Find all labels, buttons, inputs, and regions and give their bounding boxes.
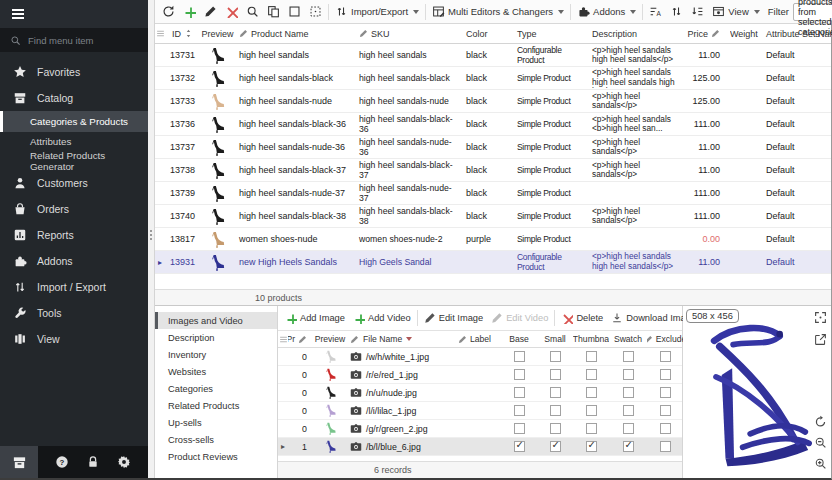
delete-product-button[interactable] xyxy=(221,1,242,23)
column-header-exclude[interactable]: Exclude xyxy=(647,334,683,344)
zoom-out-icon[interactable] xyxy=(814,436,827,449)
row-selector-header[interactable] xyxy=(155,29,165,38)
checkbox-exclude[interactable] xyxy=(660,351,671,362)
checkbox-base[interactable] xyxy=(514,405,525,416)
refresh-button[interactable] xyxy=(158,1,179,23)
sidebar-item-reports[interactable]: Reports xyxy=(0,222,148,248)
tab-images-and-video[interactable]: Images and Video xyxy=(155,312,277,329)
zoom-in-icon[interactable] xyxy=(814,457,827,470)
sidebar-item-addons[interactable]: Addons xyxy=(0,248,148,274)
checkbox-thumbnail[interactable] xyxy=(586,369,597,380)
column-header-type[interactable]: Type xyxy=(515,29,590,39)
addons-menu[interactable]: Addons xyxy=(573,1,640,23)
media-row[interactable]: ▸ 0 /n/u/nude.jpg xyxy=(278,384,682,402)
checkbox-mode-button[interactable] xyxy=(284,1,305,23)
table-row[interactable]: ▸ 13738 high heel sandals-black-37 high … xyxy=(155,159,831,182)
row-selector-header[interactable] xyxy=(278,335,288,344)
table-row[interactable]: ▸ 13736 high heel sandals-black-36 high … xyxy=(155,113,831,136)
checkbox-swatch[interactable] xyxy=(623,351,634,362)
checkbox-swatch[interactable] xyxy=(623,441,634,452)
media-row[interactable]: ▸ 0 /g/r/green_2.jpg xyxy=(278,420,682,438)
lock-icon[interactable] xyxy=(86,455,100,469)
tab-websites[interactable]: Websites xyxy=(155,363,277,380)
column-header-price[interactable]: Price xyxy=(680,29,730,39)
category-filter-select[interactable]: Show products from selected categories xyxy=(793,3,832,21)
checkbox-exclude[interactable] xyxy=(660,369,671,380)
sidebar-item-catalog[interactable]: Catalog xyxy=(0,85,148,111)
sidebar-item-categories-products[interactable]: Categories & Products xyxy=(0,111,148,132)
checkbox-small[interactable] xyxy=(550,423,561,434)
sidebar-item-favorites[interactable]: Favorites xyxy=(0,59,148,85)
import-export-menu[interactable]: Import/Export xyxy=(331,1,423,23)
hamburger-menu-button[interactable] xyxy=(9,5,31,23)
checkbox-small[interactable] xyxy=(550,405,561,416)
tab-categories[interactable]: Categories xyxy=(155,380,277,397)
help-icon[interactable] xyxy=(55,455,69,469)
checkbox-thumbnail[interactable] xyxy=(586,423,597,434)
column-filter-button[interactable] xyxy=(687,1,708,23)
tab-cross-sells[interactable]: Cross-sells xyxy=(155,431,277,448)
sidebar-item-orders[interactable]: Orders xyxy=(0,196,148,222)
column-header-small[interactable]: Small xyxy=(537,334,573,344)
checkbox-swatch[interactable] xyxy=(623,369,634,380)
column-header-sku[interactable]: SKU xyxy=(355,29,460,39)
column-header-id[interactable]: ID xyxy=(165,29,200,39)
checkbox-base[interactable] xyxy=(514,351,525,362)
tab-product-reviews[interactable]: Product Reviews xyxy=(155,448,277,465)
column-header-position[interactable]: Pr xyxy=(288,334,312,344)
edit-image-button[interactable]: Edit Image xyxy=(420,308,487,328)
add-image-button[interactable]: Add Image xyxy=(281,308,349,328)
gear-icon[interactable] xyxy=(117,455,131,469)
checkbox-base[interactable] xyxy=(514,423,525,434)
sidebar-item-customers[interactable]: Customers xyxy=(0,170,148,196)
table-row[interactable]: ▸ 13931 new High Heels Sandals High Geel… xyxy=(155,251,831,274)
table-row[interactable]: ▸ 13817 women shoes-nude women shoes-nud… xyxy=(155,228,831,251)
swap-order-button[interactable] xyxy=(666,1,687,23)
media-row[interactable]: ▸ 1 /b/l/blue_6.jpg xyxy=(278,438,682,456)
checkbox-small[interactable] xyxy=(550,351,561,362)
table-row[interactable]: ▸ 13731 high heel sandals high heel sand… xyxy=(155,44,831,67)
checkbox-thumbnail[interactable] xyxy=(586,441,597,452)
checkbox-swatch[interactable] xyxy=(623,387,634,398)
column-header-color[interactable]: Color xyxy=(460,29,515,39)
media-row[interactable]: ▸ 0 /w/h/white_1.jpg xyxy=(278,348,682,366)
column-header-weight[interactable]: Weight xyxy=(730,29,760,39)
view-menu[interactable]: View xyxy=(708,1,763,23)
sort-az-button[interactable] xyxy=(645,1,666,23)
delete-image-button[interactable]: Delete xyxy=(557,308,607,328)
table-row[interactable]: ▸ 13733 high heel sandals-nude high heel… xyxy=(155,90,831,113)
fullscreen-icon[interactable] xyxy=(814,311,827,324)
rotate-icon[interactable] xyxy=(814,415,827,428)
checkbox-small[interactable] xyxy=(550,387,561,398)
sidebar-item-import-export[interactable]: Import / Export xyxy=(0,274,148,300)
checkbox-thumbnail[interactable] xyxy=(586,351,597,362)
table-row[interactable]: ▸ 13732 high heel sandals-black high hee… xyxy=(155,67,831,90)
add-video-button[interactable]: Add Video xyxy=(349,308,415,328)
table-row[interactable]: ▸ 13737 high heel sandals-nude-36 high h… xyxy=(155,136,831,159)
checkbox-exclude[interactable] xyxy=(660,441,671,452)
add-product-button[interactable] xyxy=(179,1,200,23)
sidebar-item-related-products-generator[interactable]: Related Products Generator xyxy=(0,151,148,170)
column-header-attribute-set[interactable]: Attribute Set Name xyxy=(760,29,831,39)
checkbox-small[interactable] xyxy=(550,441,561,452)
column-header-label[interactable]: Label xyxy=(456,334,501,344)
search-products-button[interactable] xyxy=(242,1,263,23)
column-header-product-name[interactable]: Product Name xyxy=(235,29,355,39)
select-range-button[interactable] xyxy=(305,1,326,23)
edit-video-button[interactable]: Edit Video xyxy=(487,308,552,328)
checkbox-thumbnail[interactable] xyxy=(586,387,597,398)
sidebar-item-attributes[interactable]: Attributes xyxy=(0,132,148,151)
column-header-base[interactable]: Base xyxy=(501,334,537,344)
tab-up-sells[interactable]: Up-sells xyxy=(155,414,277,431)
sidebar-splitter[interactable] xyxy=(148,0,155,478)
sidebar-item-view[interactable]: View xyxy=(0,326,148,352)
checkbox-base[interactable] xyxy=(514,369,525,380)
table-row[interactable]: ▸ 13740 high heel sandals-black-38 high … xyxy=(155,205,831,228)
checkbox-base[interactable] xyxy=(514,387,525,398)
sidebar-search[interactable]: Find menu item xyxy=(0,28,148,52)
checkbox-thumbnail[interactable] xyxy=(586,405,597,416)
checkbox-small[interactable] xyxy=(550,369,561,380)
checkbox-base[interactable] xyxy=(514,441,525,452)
column-header-thumbnail[interactable]: Thumbna xyxy=(573,334,609,344)
edit-product-button[interactable] xyxy=(200,1,221,23)
